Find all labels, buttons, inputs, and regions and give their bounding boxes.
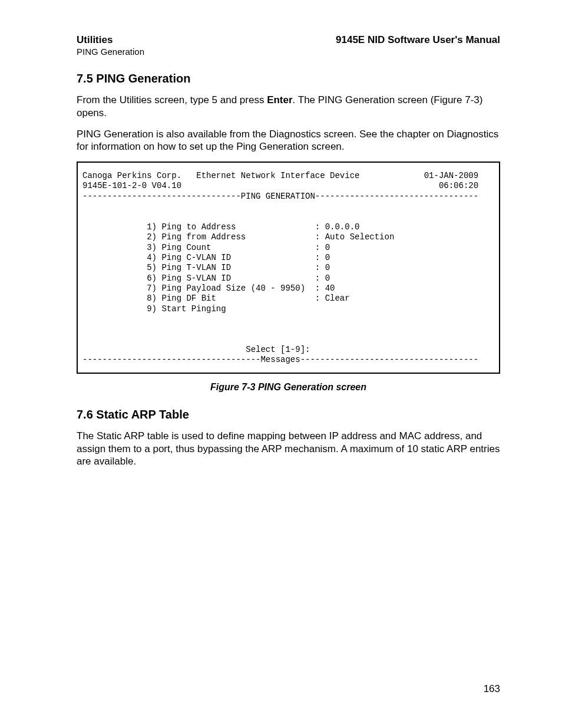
section-7-6-para-1: The Static ARP table is used to define m… bbox=[77, 430, 500, 468]
section-7-5-heading: 7.5 PING Generation bbox=[77, 72, 500, 85]
header-left: Utilities bbox=[77, 34, 113, 46]
section-7-5-para-2: PING Generation is also available from t… bbox=[77, 128, 500, 154]
para-text: From the Utilities screen, type 5 and pr… bbox=[77, 94, 267, 106]
enter-key: Enter bbox=[267, 94, 292, 106]
header-sub: PING Generation bbox=[77, 47, 500, 57]
terminal-window: Canoga Perkins Corp. Ethernet Network In… bbox=[77, 162, 500, 374]
page-number: 163 bbox=[484, 683, 500, 695]
terminal-content: Canoga Perkins Corp. Ethernet Network In… bbox=[82, 171, 494, 365]
header-right: 9145E NID Software User's Manual bbox=[336, 34, 500, 46]
figure-caption: Figure 7-3 PING Generation screen bbox=[77, 382, 500, 393]
section-7-6-heading: 7.6 Static ARP Table bbox=[77, 408, 500, 421]
page-header: Utilities 9145E NID Software User's Manu… bbox=[77, 34, 500, 46]
section-7-5-para-1: From the Utilities screen, type 5 and pr… bbox=[77, 94, 500, 120]
page: Utilities 9145E NID Software User's Manu… bbox=[0, 0, 562, 728]
